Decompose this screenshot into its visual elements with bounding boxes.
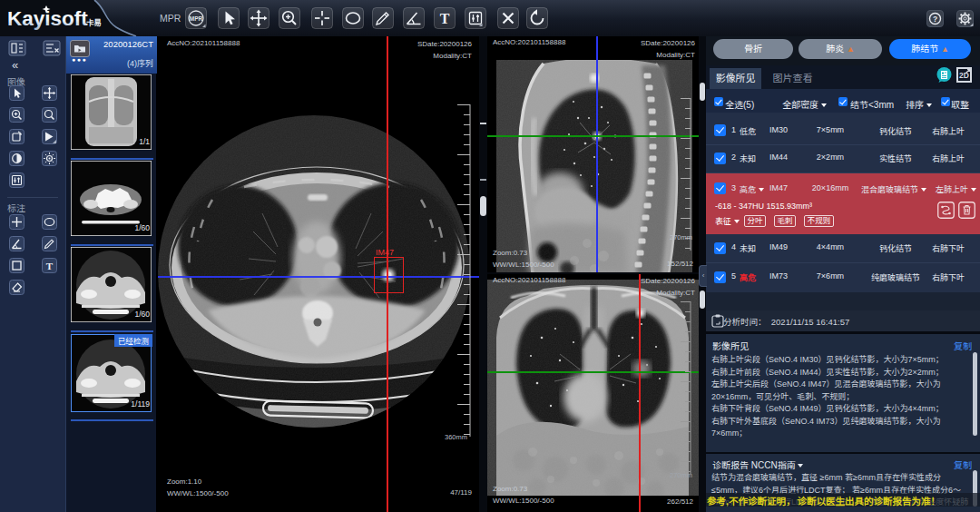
svg-text:MPR: MPR <box>190 15 203 22</box>
svg-text:Kayisoft: Kayisoft <box>7 7 88 30</box>
svg-text:卡易: 卡易 <box>86 16 102 27</box>
svg-text:T: T <box>440 11 450 26</box>
svg-text:?: ? <box>933 15 937 24</box>
svg-text:T: T <box>46 261 54 271</box>
